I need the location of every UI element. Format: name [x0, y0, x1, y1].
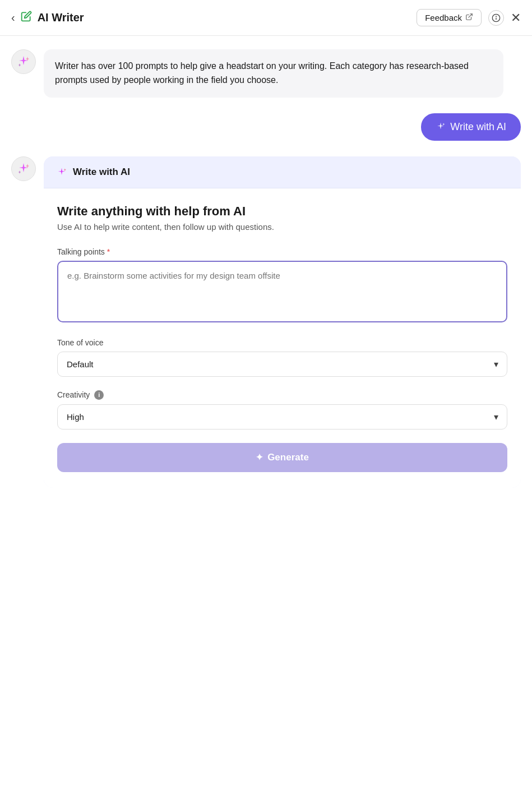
generate-label: Generate: [267, 452, 309, 463]
feedback-label: Feedback: [425, 13, 462, 22]
header-right: Feedback ✕: [417, 9, 521, 26]
creativity-select-wrapper: Low Medium High Very High: [57, 404, 507, 430]
form-subtitle: Use AI to help write content, then follo…: [57, 222, 507, 232]
card-sparkle-icon: [56, 167, 67, 178]
creativity-label-text: Creativity: [57, 390, 90, 399]
user-message-row: Write with AI: [11, 109, 521, 145]
main-content: Writer has over 100 prompts to help give…: [0, 36, 532, 501]
form-title: Write anything with help from AI: [57, 204, 507, 219]
tone-group: Tone of voice Default Professional Casua…: [57, 338, 507, 377]
ai-card-header: Write with AI: [44, 156, 521, 188]
intro-text: Writer has over 100 prompts to help give…: [55, 61, 469, 85]
user-bubble: Write with AI: [421, 113, 521, 141]
creativity-label: Creativity i: [57, 390, 507, 400]
back-button[interactable]: ‹: [11, 11, 15, 24]
feedback-button[interactable]: Feedback: [417, 9, 482, 26]
ai-card-row: Write with AI Write anything with help f…: [11, 156, 521, 488]
talking-points-input[interactable]: [57, 261, 507, 322]
creativity-info-icon[interactable]: i: [94, 390, 104, 400]
tone-select-wrapper: Default Professional Casual Friendly For…: [57, 352, 507, 377]
pencil-icon: [21, 11, 32, 25]
bot-avatar: [11, 49, 36, 74]
write-ai-icon: [436, 122, 446, 132]
header: ‹ AI Writer Feedback: [0, 0, 532, 36]
generate-button[interactable]: ✦ Generate: [57, 443, 507, 472]
talking-points-group: Talking points *: [57, 247, 507, 325]
user-message-text: Write with AI: [450, 121, 506, 133]
header-left: ‹ AI Writer: [11, 11, 417, 25]
ai-card-body: Write anything with help from AI Use AI …: [44, 188, 521, 488]
talking-points-label: Talking points *: [57, 247, 507, 256]
ai-card-title: Write with AI: [73, 167, 130, 178]
talking-points-label-text: Talking points: [57, 247, 105, 256]
generate-sparkle-icon: ✦: [256, 452, 263, 463]
page-title: AI Writer: [38, 11, 84, 24]
required-indicator: *: [107, 247, 110, 256]
tone-label: Tone of voice: [57, 338, 507, 347]
close-button[interactable]: ✕: [511, 11, 521, 25]
creativity-group: Creativity i Low Medium High Very High: [57, 390, 507, 430]
ai-write-card: Write with AI Write anything with help f…: [44, 156, 521, 488]
tone-label-text: Tone of voice: [57, 338, 104, 347]
ai-avatar: [11, 156, 36, 181]
creativity-select[interactable]: Low Medium High Very High: [57, 404, 507, 430]
tone-select[interactable]: Default Professional Casual Friendly For…: [57, 352, 507, 377]
svg-line-0: [469, 14, 472, 17]
external-link-icon: [465, 13, 473, 22]
intro-message-row: Writer has over 100 prompts to help give…: [11, 49, 521, 98]
info-button[interactable]: [488, 10, 504, 26]
intro-bubble: Writer has over 100 prompts to help give…: [44, 49, 503, 98]
